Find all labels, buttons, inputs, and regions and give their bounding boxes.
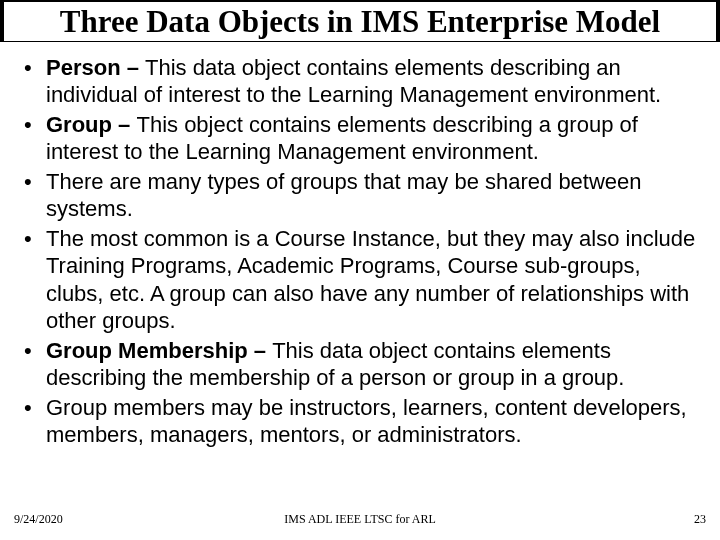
list-item: The most common is a Course Instance, bu… bbox=[18, 225, 702, 335]
list-item: Person – This data object contains eleme… bbox=[18, 54, 702, 109]
bullet-lead: Group Membership – bbox=[46, 338, 272, 363]
footer-center: IMS ADL IEEE LTSC for ARL bbox=[0, 512, 720, 527]
list-item: Group members may be instructors, learne… bbox=[18, 394, 702, 449]
list-item: There are many types of groups that may … bbox=[18, 168, 702, 223]
title-bar: Three Data Objects in IMS Enterprise Mod… bbox=[0, 0, 720, 42]
bullet-lead: Person – bbox=[46, 55, 145, 80]
list-item: Group Membership – This data object cont… bbox=[18, 337, 702, 392]
bullet-lead: Group – bbox=[46, 112, 136, 137]
bullet-text: The most common is a Course Instance, bu… bbox=[46, 226, 695, 334]
bullet-text: There are many types of groups that may … bbox=[46, 169, 642, 222]
list-item: Group – This object contains elements de… bbox=[18, 111, 702, 166]
slide-body: Person – This data object contains eleme… bbox=[0, 42, 720, 449]
slide-title: Three Data Objects in IMS Enterprise Mod… bbox=[4, 2, 716, 41]
footer-page-number: 23 bbox=[694, 512, 706, 527]
bullet-list: Person – This data object contains eleme… bbox=[18, 54, 702, 449]
bullet-text: Group members may be instructors, learne… bbox=[46, 395, 687, 448]
